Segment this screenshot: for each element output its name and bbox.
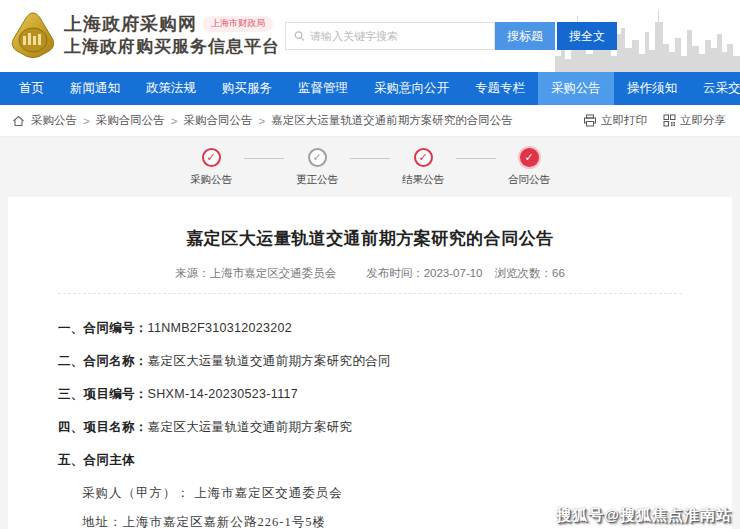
breadcrumb-separator: >: [83, 115, 90, 127]
step-check-icon: ✓: [414, 148, 433, 167]
search-fulltext-button[interactable]: 搜全文: [557, 22, 617, 50]
nav-item-special-topics[interactable]: 专题专栏: [462, 72, 538, 105]
page: 上海政府采购网 上海市财政局 上海政府购买服务信息平台 搜标题 搜全文 首页 新…: [0, 0, 740, 529]
nav-item-intent-disclosure[interactable]: 采购意向公开: [361, 72, 462, 105]
breadcrumb-item[interactable]: 采购公告: [31, 113, 77, 128]
step-connector: [244, 158, 284, 159]
site-logo: [10, 10, 56, 60]
site-header: 上海政府采购网 上海市财政局 上海政府购买服务信息平台 搜标题 搜全文: [0, 0, 740, 72]
main-nav: 首页 新闻通知 政策法规 购买服务 监督管理 采购意向公开 专题专栏 采购公告 …: [0, 72, 740, 105]
project-name-line: 四、项目名称：嘉定区大运量轨道交通前期方案研究: [58, 419, 682, 436]
article-meta: 来源：上海市嘉定区交通委员会发布时间：2023-07-10浏览次数：66: [8, 266, 732, 281]
article-body: 一、合同编号：11NMB2F310312023202 二、合同名称：嘉定区大运量…: [8, 294, 732, 529]
search-icon: [294, 30, 305, 42]
search-box: [285, 22, 495, 50]
breadcrumb-item[interactable]: 采购合同公告: [183, 113, 252, 128]
publish-label: 发布时间：: [366, 267, 424, 279]
home-icon: [12, 115, 25, 127]
contract-parties-heading: 五、合同主体: [58, 452, 682, 469]
breadcrumb-item-current: 嘉定区大运量轨道交通前期方案研究的合同公告: [271, 113, 513, 128]
step-connector: [350, 158, 390, 159]
nav-item-home[interactable]: 首页: [6, 72, 57, 105]
sohu-watermark: 搜狐号@搜狐焦点淮南站: [556, 506, 732, 525]
search-title-button[interactable]: 搜标题: [495, 22, 555, 50]
buyer-line: 采购人（甲方）： 上海市嘉定区交通委员会: [82, 485, 682, 502]
breadcrumb-row: 采购公告 > 采购合同公告 > 采购合同公告 > 嘉定区大运量轨道交通前期方案研…: [0, 105, 740, 137]
project-number-line: 三、项目编号：SHXM-14-20230523-1117: [58, 386, 682, 403]
step-check-icon: ✓: [308, 148, 327, 167]
site-title: 上海政府采购网: [64, 13, 197, 36]
step-label: 结果公告: [402, 173, 444, 187]
brand: 上海政府采购网 上海市财政局 上海政府购买服务信息平台: [10, 10, 280, 60]
breadcrumb-separator: >: [171, 115, 178, 127]
print-button[interactable]: 立即打印: [583, 113, 647, 128]
step-procurement-announcement[interactable]: ✓ 采购公告: [182, 148, 240, 187]
nav-item-cloud-trade-platform[interactable]: 云采交易平台: [690, 72, 740, 105]
nav-item-purchase-service[interactable]: 购买服务: [209, 72, 285, 105]
breadcrumb: 采购公告 > 采购合同公告 > 采购合同公告 > 嘉定区大运量轨道交通前期方案研…: [12, 113, 513, 128]
nav-item-news[interactable]: 新闻通知: [57, 72, 133, 105]
nav-item-supervision[interactable]: 监督管理: [285, 72, 361, 105]
views-label: 浏览次数：: [495, 267, 553, 279]
search-input[interactable]: [310, 30, 486, 42]
article-card: 嘉定区大运量轨道交通前期方案研究的合同公告 来源：上海市嘉定区交通委员会发布时间…: [8, 197, 732, 529]
step-label: 更正公告: [296, 173, 338, 187]
source-label: 来源：: [175, 267, 210, 279]
nav-item-operation-guide[interactable]: 操作须知: [614, 72, 690, 105]
contract-number-line: 一、合同编号：11NMB2F310312023202: [58, 320, 682, 337]
step-result-announcement[interactable]: ✓ 结果公告: [394, 148, 452, 187]
breadcrumb-separator: >: [258, 115, 265, 127]
qr-code-icon: [663, 114, 676, 127]
site-subtitle: 上海政府购买服务信息平台: [64, 36, 280, 57]
step-label: 合同公告: [508, 173, 550, 187]
article-title: 嘉定区大运量轨道交通前期方案研究的合同公告: [8, 227, 732, 250]
breadcrumb-item[interactable]: 采购合同公告: [96, 113, 165, 128]
publish-value: 2023-07-10: [424, 267, 483, 279]
search-bar: 搜标题 搜全文: [285, 22, 617, 50]
views-value: 66: [552, 267, 565, 279]
print-label: 立即打印: [601, 113, 647, 128]
step-label: 采购公告: [190, 173, 232, 187]
contract-name-line: 二、合同名称：嘉定区大运量轨道交通前期方案研究的合同: [58, 353, 682, 370]
announcement-steps: ✓ 采购公告 ✓ 更正公告 ✓ 结果公告 ✓ 合同公告: [0, 137, 740, 197]
source-value: 上海市嘉定区交通委员会: [210, 267, 337, 279]
nav-item-policy[interactable]: 政策法规: [133, 72, 209, 105]
share-label: 立即分享: [680, 113, 726, 128]
step-correction-announcement[interactable]: ✓ 更正公告: [288, 148, 346, 187]
breadcrumb-actions: 立即打印 立即分享: [583, 113, 726, 128]
step-check-icon: ✓: [520, 148, 539, 167]
share-button[interactable]: 立即分享: [663, 113, 726, 128]
step-connector: [456, 158, 496, 159]
brand-text: 上海政府采购网 上海市财政局 上海政府购买服务信息平台: [64, 13, 280, 58]
step-check-icon: ✓: [202, 148, 221, 167]
nav-item-procurement-announcements[interactable]: 采购公告: [538, 72, 614, 105]
finance-bureau-badge: 上海市财政局: [203, 16, 273, 31]
step-contract-announcement[interactable]: ✓ 合同公告: [500, 148, 558, 187]
printer-icon: [583, 114, 597, 127]
